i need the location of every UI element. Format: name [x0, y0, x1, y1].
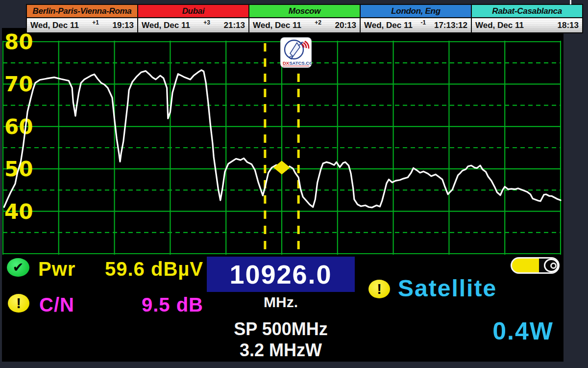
top-tick-mark: [570, 0, 571, 4]
utc-offset: -1: [413, 19, 434, 26]
dxsatcs-logo: DXSATCS.COM: [281, 38, 311, 67]
frequency-unit: MHz.: [207, 294, 355, 311]
world-clock-bar: Berlin-Paris-Vienna-Roma Wed, Dec 11 +1 …: [26, 4, 583, 33]
frequency-display[interactable]: 10926.0: [207, 257, 355, 292]
city-name: Berlin-Paris-Vienna-Roma: [27, 5, 137, 18]
city-datetime: Wed, Dec 11 +2 20:13: [249, 18, 360, 32]
clock-cell-berlin: Berlin-Paris-Vienna-Roma Wed, Dec 11 +1 …: [27, 5, 138, 32]
cn-value: 9.5 dB: [78, 294, 203, 316]
clock-cell-moscow: Moscow Wed, Dec 11 +2 20:13: [249, 5, 361, 32]
bandwidth-readout: 3.2 MHzW: [207, 340, 355, 361]
city-datetime: Wed, Dec 11 +3 21:13: [138, 18, 248, 32]
lnb-power-value: 0.4W: [456, 317, 554, 345]
utc-offset: +1: [79, 19, 113, 26]
clock-cell-dubai: Dubai Wed, Dec 11 +3 21:13: [138, 5, 249, 32]
spectrum-analyzer-app: 8070605040 DXSATCS.COM Berlin-Paris-Vien…: [0, 0, 588, 368]
cn-warning-icon: !: [8, 294, 29, 313]
span-readout: SP 500MHz: [207, 319, 355, 340]
svg-text:70: 70: [4, 72, 33, 96]
city-name: Moscow: [249, 5, 360, 18]
utc-offset: +2: [301, 19, 335, 26]
mode-label: Satellite: [398, 275, 497, 302]
city-datetime: Wed, Dec 11 +1 19:13: [27, 18, 137, 32]
svg-text:40: 40: [4, 200, 33, 224]
city-name: London, Eng: [361, 5, 471, 18]
frequency-value: 10926.0: [229, 259, 332, 289]
cn-label: C/N: [39, 294, 74, 316]
pwr-value: 59.6 dBµV: [78, 258, 203, 280]
svg-text:DXSATCS.COM: DXSATCS.COM: [283, 60, 311, 66]
toggle-knob[interactable]: [544, 259, 559, 272]
utc-offset: +3: [190, 19, 224, 26]
satellite-dish-icon: DXSATCS.COM: [281, 38, 311, 67]
city-datetime: Wed, Dec 11 -1 17:13:12: [361, 18, 471, 32]
svg-text:80: 80: [4, 30, 33, 54]
city-name: Rabat-Casablanca: [472, 5, 582, 18]
svg-text:60: 60: [4, 115, 33, 139]
city-name: Dubai: [138, 5, 248, 18]
pwr-label: Pwr: [38, 258, 75, 280]
clock-cell-rabat: Rabat-Casablanca Wed, Dec 11 18:13: [472, 5, 582, 32]
satellite-warning-icon: !: [368, 280, 390, 298]
pwr-ok-check-icon: ✔: [7, 258, 29, 277]
power-toggle-switch[interactable]: [511, 257, 560, 274]
city-datetime: Wed, Dec 11 18:13: [472, 18, 582, 32]
clock-cell-london: London, Eng Wed, Dec 11 -1 17:13:12: [361, 5, 472, 32]
